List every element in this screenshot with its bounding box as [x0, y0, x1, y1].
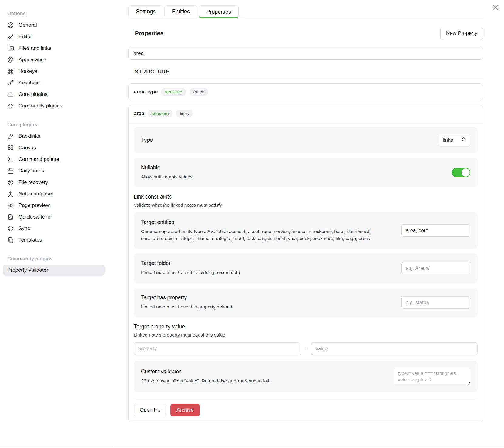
- sidebar-item-editor[interactable]: Editor: [3, 31, 105, 42]
- nullable-toggle[interactable]: [452, 168, 470, 177]
- target-has-property-row: Target has property Linked note must hav…: [134, 288, 478, 317]
- custom-validator-label: Custom validator: [141, 368, 270, 375]
- calendar-icon: [7, 168, 14, 174]
- refresh-icon: [7, 225, 14, 232]
- sidebar-item-appearance[interactable]: Appearance: [3, 54, 105, 66]
- type-setting-row: Type links: [134, 127, 478, 153]
- property-search-input[interactable]: [128, 47, 483, 60]
- sidebar-item-file-recovery[interactable]: File recovery: [3, 177, 105, 188]
- target-entities-desc: Comma-separated entity types. Available:…: [141, 228, 371, 242]
- sidebar-item-label: Sync: [18, 226, 30, 232]
- property-name: area: [134, 110, 144, 117]
- tab-bar: Settings Entities Properties: [128, 5, 483, 18]
- sidebar-item-label: Backlinks: [18, 133, 40, 139]
- file-search-icon: [7, 214, 14, 220]
- target-folder-row: Target folder Linked note must be in thi…: [134, 253, 478, 283]
- scan-eye-icon: [7, 202, 14, 209]
- sidebar-item-label: Templates: [18, 237, 42, 243]
- target-property-value-row: =: [134, 342, 478, 355]
- target-property-value-title: Target property value: [134, 324, 478, 330]
- sidebar-item-label: General: [18, 22, 37, 28]
- sidebar-section-community-plugins: Community plugins Property Validator: [0, 256, 113, 276]
- archive-button[interactable]: Archive: [170, 404, 200, 416]
- sidebar-item-label: Quick switcher: [18, 214, 52, 220]
- sidebar-item-property-validator[interactable]: Property Validator: [3, 265, 105, 276]
- property-card-header[interactable]: area structure links: [129, 105, 483, 122]
- target-property-input[interactable]: [134, 342, 300, 355]
- target-folder-input[interactable]: [401, 262, 470, 274]
- history-icon: [7, 179, 14, 186]
- sidebar-section-options: Options General Editor Files and links: [0, 11, 113, 112]
- sidebar-section-title: Community plugins: [0, 256, 113, 262]
- pencil-icon: [7, 33, 14, 40]
- sidebar-item-templates[interactable]: Templates: [3, 234, 105, 246]
- sidebar-item-label: Keychain: [18, 80, 40, 86]
- settings-sidebar: Options General Editor Files and links: [0, 0, 113, 448]
- sidebar-item-label: Core plugins: [18, 91, 47, 97]
- sidebar-item-backlinks[interactable]: Backlinks: [3, 131, 105, 142]
- sidebar-section-core-plugins: Core plugins Backlinks Canvas Command pa…: [0, 122, 113, 246]
- command-icon: [7, 68, 14, 75]
- sidebar-item-label: Canvas: [18, 145, 36, 151]
- custom-validator-desc: JS expression. Gets "value". Return fals…: [141, 378, 270, 384]
- target-entities-row: Target entities Comma-separated entity t…: [134, 212, 478, 249]
- type-label: Type: [141, 137, 153, 143]
- sidebar-item-canvas[interactable]: Canvas: [3, 142, 105, 154]
- sidebar-item-keychain[interactable]: Keychain: [3, 77, 105, 89]
- new-property-button[interactable]: New Property: [440, 27, 483, 40]
- type-select[interactable]: links: [438, 134, 470, 146]
- type-badge: enum: [190, 88, 208, 96]
- sidebar-item-label: Hotkeys: [18, 68, 37, 74]
- sidebar-item-daily-notes[interactable]: Daily notes: [3, 165, 105, 177]
- sidebar-item-files-and-links[interactable]: Files and links: [3, 42, 105, 54]
- toggle-knob: [462, 168, 470, 177]
- brick-icon: [7, 91, 14, 98]
- target-folder-desc: Linked note must be in this folder (pref…: [141, 269, 240, 276]
- target-value-input[interactable]: [311, 342, 478, 355]
- sidebar-section-title: Options: [0, 11, 113, 16]
- target-property-value-desc: Linked note's property must equal this v…: [134, 332, 478, 338]
- sidebar-item-core-plugins[interactable]: Core plugins: [3, 89, 105, 100]
- target-entities-label: Target entities: [141, 219, 371, 226]
- structure-badge: structure: [148, 110, 173, 117]
- sidebar-item-note-composer[interactable]: Note composer: [3, 188, 105, 200]
- open-file-button[interactable]: Open file: [134, 404, 166, 416]
- merge-icon: [7, 191, 14, 197]
- chevrons-up-down-icon: [461, 137, 466, 143]
- sidebar-item-label: Files and links: [18, 45, 51, 51]
- target-entities-input[interactable]: [401, 224, 470, 237]
- link-constraints-title: Link constraints: [134, 194, 478, 200]
- sidebar-item-command-palette[interactable]: Command palette: [3, 154, 105, 165]
- sidebar-item-label: Community plugins: [18, 103, 62, 109]
- close-icon[interactable]: [492, 4, 500, 13]
- sidebar-item-community-plugins[interactable]: Community plugins: [3, 100, 105, 112]
- sidebar-item-general[interactable]: General: [3, 19, 105, 31]
- link-icon: [7, 133, 14, 140]
- property-card-header[interactable]: area_type structure enum: [129, 84, 483, 100]
- sidebar-item-label: Property Validator: [7, 267, 48, 273]
- sidebar-item-page-preview[interactable]: Page preview: [3, 200, 105, 211]
- sidebar-item-sync[interactable]: Sync: [3, 223, 105, 234]
- custom-validator-textarea[interactable]: [394, 368, 470, 385]
- tab-entities[interactable]: Entities: [164, 5, 197, 18]
- structure-section-title: STRUCTURE: [128, 69, 483, 79]
- window-bottom-divider: [0, 446, 504, 446]
- property-name: area_type: [134, 89, 158, 95]
- tab-properties[interactable]: Properties: [199, 5, 239, 18]
- type-badge: links: [176, 110, 193, 117]
- puzzle-icon: [7, 103, 14, 109]
- sidebar-item-label: Page preview: [18, 202, 50, 209]
- tab-settings[interactable]: Settings: [128, 5, 163, 18]
- card-actions: Open file Archive: [134, 399, 478, 417]
- nullable-desc: Allow null / empty values: [141, 174, 193, 180]
- settings-window: Options General Editor Files and links: [0, 0, 504, 448]
- sidebar-item-label: File recovery: [18, 179, 48, 185]
- sidebar-item-hotkeys[interactable]: Hotkeys: [3, 66, 105, 77]
- sidebar-item-label: Command palette: [18, 156, 59, 162]
- link-constraints-desc: Validate what the linked notes must sati…: [134, 202, 478, 208]
- nullable-setting-row: Nullable Allow null / empty values: [134, 158, 478, 187]
- page-title: Properties: [128, 30, 163, 37]
- sidebar-item-label: Appearance: [18, 57, 46, 63]
- sidebar-item-quick-switcher[interactable]: Quick switcher: [3, 211, 105, 223]
- target-has-property-input[interactable]: [401, 296, 470, 309]
